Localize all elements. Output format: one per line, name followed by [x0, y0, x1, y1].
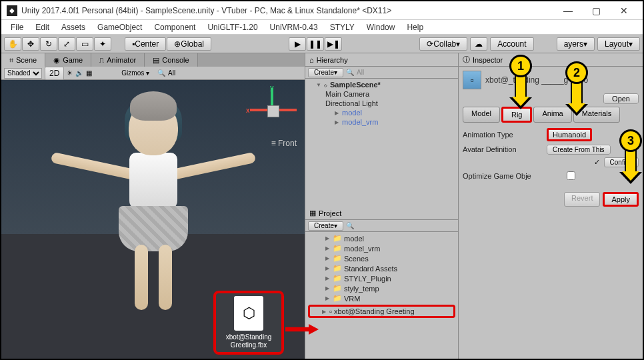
pivot-center-button[interactable]: ▪ Center: [125, 37, 166, 51]
pause-button[interactable]: ❚❚: [307, 37, 324, 51]
project-folder[interactable]: ▶📁 VRM: [305, 293, 458, 303]
light-icon[interactable]: ☀: [67, 69, 73, 77]
gizmos-dropdown[interactable]: Gizmos ▾: [121, 69, 149, 77]
hierarchy-create-button[interactable]: Create ▾: [308, 68, 343, 77]
2d-toggle[interactable]: 2D: [45, 67, 64, 80]
menu-bar: File Edit Assets GameObject Component Un…: [1, 20, 643, 35]
scene-toolbar: Shaded 2D ☀ 🔊 ▦ Gizmos ▾ 🔍 All: [1, 67, 305, 80]
shading-mode-select[interactable]: Shaded: [4, 68, 42, 79]
project-toolbar: Create ▾ 🔍: [305, 220, 458, 232]
pivot-global-button[interactable]: ⊕ Global: [167, 37, 211, 51]
minimize-button[interactable]: —: [555, 3, 581, 19]
scale-tool-button[interactable]: ⤢: [58, 37, 75, 51]
animation-type-label: Animation Type: [463, 131, 543, 139]
project-folder[interactable]: ▶📁 Scenes: [305, 253, 458, 263]
audio-icon[interactable]: 🔊: [75, 69, 83, 77]
hierarchy-toolbar: Create ▾ 🔍 All: [305, 67, 458, 79]
main-toolbar: ✋ ✥ ↻ ⤢ ▭ ✦ ▪ Center ⊕ Global ▶ ❚❚ ▶❚ ⟳ …: [1, 35, 643, 53]
check-icon: ✓: [594, 158, 600, 167]
cloud-button[interactable]: ☁: [470, 37, 487, 51]
search-all-label: All: [168, 69, 175, 77]
close-button[interactable]: ✕: [611, 3, 637, 19]
animator-icon: ⎍: [99, 56, 104, 64]
menu-edit[interactable]: Edit: [30, 21, 55, 33]
transform-tool-button[interactable]: ✦: [94, 37, 111, 51]
menu-univrm[interactable]: UniVRM-0.43: [265, 21, 323, 33]
asset-thumbnail-icon: ▫: [463, 71, 481, 89]
tab-scene[interactable]: ⌗Scene: [1, 53, 45, 67]
account-button[interactable]: Account: [490, 37, 533, 51]
maximize-button[interactable]: ▢: [583, 3, 609, 19]
inspector-body: ▫ xbot@_tanding _____g Impo Open Model R…: [459, 67, 643, 211]
scene-icon: ⌗: [9, 56, 13, 65]
hierarchy-item[interactable]: Main Camera: [305, 89, 458, 99]
collab-button[interactable]: ⟳ Collab ▾: [419, 37, 467, 51]
step-button[interactable]: ▶❚: [325, 37, 342, 51]
fx-icon[interactable]: ▦: [86, 69, 92, 77]
project-folder[interactable]: ▶📁 model: [305, 233, 458, 243]
fbx-file-icon: ⬡: [234, 296, 263, 331]
project-panel-header[interactable]: ▦ Project: [305, 207, 458, 220]
scene-viewport[interactable]: x y ≡ Front ⬡ xbot@Standing Greeting.fbx: [1, 80, 305, 360]
hierarchy-search-all[interactable]: All: [357, 69, 364, 76]
project-folder[interactable]: ▶📁 Standard Assets: [305, 263, 458, 273]
optimize-checkbox[interactable]: [567, 171, 575, 180]
rotate-tool-button[interactable]: ↻: [40, 37, 57, 51]
project-tree[interactable]: ▶📁 model ▶📁 model_vrm ▶📁 Scenes ▶📁 Stand…: [305, 232, 458, 360]
hierarchy-item[interactable]: ▶model: [305, 108, 458, 117]
apply-button[interactable]: Apply: [603, 192, 639, 207]
window-title: Unity 2017.4.0f1 Personal (64bit) - Samp…: [21, 6, 555, 15]
move-tool-button[interactable]: ✥: [22, 37, 39, 51]
rect-tool-button[interactable]: ▭: [76, 37, 93, 51]
tab-model[interactable]: Model: [463, 107, 500, 123]
hand-tool-button[interactable]: ✋: [4, 37, 21, 51]
layout-dropdown[interactable]: Layout ▾: [597, 37, 640, 51]
console-icon: ▤: [153, 56, 159, 65]
hierarchy-item[interactable]: ▶model_vrm: [305, 117, 458, 127]
tab-console[interactable]: ▤Console: [145, 53, 197, 67]
project-folder[interactable]: ▶📁 model_vrm: [305, 243, 458, 253]
annotation-callout-2: 2: [565, 61, 588, 84]
hierarchy-item[interactable]: Directional Light: [305, 99, 458, 108]
open-asset-button[interactable]: Open: [603, 93, 639, 104]
tab-animator[interactable]: ⎍Animator: [91, 53, 145, 67]
dropped-file-name: xbot@Standing Greeting.fbx: [219, 333, 279, 349]
asset-name-label: xbot@_tanding _____g Impo: [485, 75, 639, 85]
scene-tabs: ⌗Scene ◉Game ⎍Animator ▤Console: [1, 53, 305, 67]
project-folder[interactable]: ▶📁 STYLY_Plugin: [305, 273, 458, 283]
game-icon: ◉: [53, 56, 60, 65]
menu-help[interactable]: Help: [401, 21, 429, 33]
avatar-definition-value[interactable]: Create From This: [547, 145, 611, 155]
menu-unigltf[interactable]: UniGLTF-1.20: [202, 21, 263, 33]
menu-window[interactable]: Window: [361, 21, 401, 33]
importer-tabs: Model Rig Anima Materials: [463, 107, 639, 123]
annotation-callout-3: 3: [619, 129, 642, 152]
view-orientation-label: ≡ Front: [271, 139, 297, 148]
search-icon: 🔍: [346, 222, 354, 229]
menu-gameobject[interactable]: GameObject: [92, 21, 147, 33]
menu-component[interactable]: Component: [149, 21, 201, 33]
tab-game[interactable]: ◉Game: [45, 53, 91, 67]
project-selected-asset[interactable]: ▶▫ xbot@Standing Greeting: [308, 305, 455, 318]
project-folder[interactable]: ▶📁 styly_temp: [305, 283, 458, 293]
play-button[interactable]: ▶: [289, 37, 306, 51]
annotation-callout-1: 1: [509, 55, 532, 77]
avatar-definition-label: Avatar Definition: [463, 145, 543, 153]
hierarchy-panel-header[interactable]: ⌂ Hierarchy: [305, 53, 458, 67]
inspector-panel-header[interactable]: ⓘ Inspector: [459, 53, 643, 67]
layers-dropdown[interactable]: ayers ▾: [557, 37, 595, 51]
character-model: [47, 97, 260, 310]
hierarchy-scene-root[interactable]: ▼⬦ SampleScene*: [305, 80, 458, 89]
menu-file[interactable]: File: [5, 21, 29, 33]
menu-styly[interactable]: STYLY: [325, 21, 360, 33]
menu-assets[interactable]: Assets: [56, 21, 91, 33]
dropped-file: ⬡ xbot@Standing Greeting.fbx: [213, 291, 284, 355]
optimize-label: Optimize Game Obje: [463, 172, 563, 180]
window-titlebar: ◆ Unity 2017.4.0f1 Personal (64bit) - Sa…: [1, 1, 643, 20]
animation-type-value[interactable]: Humanoid: [547, 128, 592, 141]
search-icon: 🔍: [346, 69, 354, 76]
unity-logo-icon: ◆: [7, 5, 17, 16]
hierarchy-tree[interactable]: ▼⬦ SampleScene* Main Camera Directional …: [305, 79, 458, 207]
project-create-button[interactable]: Create ▾: [308, 221, 343, 231]
revert-button[interactable]: Revert: [564, 192, 600, 207]
